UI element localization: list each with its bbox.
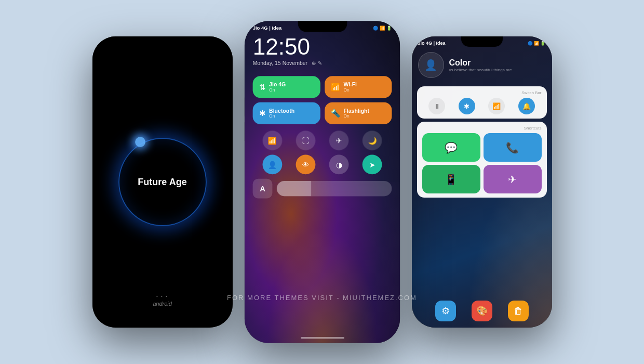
telegram-shortcut[interactable]: ✈ <box>484 165 542 193</box>
wifi-sub: On <box>343 87 357 92</box>
wifi-text: Wi-Fi On <box>343 82 357 93</box>
airplane-icon[interactable]: ✈ <box>329 131 348 150</box>
wifi-label: Wi-Fi <box>343 82 357 88</box>
profile-sub: ys believe that beautiful things are <box>449 68 512 72</box>
font-icon[interactable]: A <box>252 179 272 199</box>
profile-area: 👤 Color ys believe that beautiful things… <box>412 48 552 82</box>
settings-icon[interactable]: ⚙ <box>435 301 456 321</box>
flashlight-icon: 🔦 <box>331 109 340 118</box>
jio4g-button[interactable]: ⇅ Jio 4G On <box>252 76 320 98</box>
phone2-date: Monday, 15 November <box>252 60 307 67</box>
phone2-carrier: Jio 4G | Idea <box>252 25 281 31</box>
phone1-circle: Future Age <box>118 138 207 226</box>
bluetooth-text: Bluetooth On <box>269 108 294 119</box>
wifi-button[interactable]: 📶 Wi-Fi On <box>324 76 392 98</box>
wifi-sw-icon[interactable]: 📶 <box>488 98 505 114</box>
phone3-screen: Jio 4G | Idea 🔵 📶 🔋 👤 Color ys believe t… <box>412 36 552 328</box>
trash-icon[interactable]: 🗑 <box>508 301 529 321</box>
contrast-icon[interactable]: ◑ <box>329 155 348 175</box>
phone2-icon-row1: 📶 ⛶ ✈ 🌙 <box>244 128 399 152</box>
phone2-brightness-row: A <box>244 177 399 201</box>
bluetooth-icon: ✱ <box>259 109 266 118</box>
location-icon[interactable]: ➤ <box>363 155 382 175</box>
android-logo: • • • android <box>153 294 172 307</box>
messages-shortcut[interactable]: 💬 <box>422 133 480 162</box>
flashlight-label: Flashlight <box>343 108 369 114</box>
avatar: 👤 <box>418 52 444 78</box>
bluetooth-button[interactable]: ✱ Bluetooth On <box>252 102 320 124</box>
flashlight-button[interactable]: 🔦 Flashlight On <box>324 102 392 124</box>
phone3-status-icons: 🔵 📶 🔋 <box>528 41 545 46</box>
bluetooth-sub: On <box>269 114 294 119</box>
brightness-fill <box>276 181 311 196</box>
phone-3: Jio 4G | Idea 🔵 📶 🔋 👤 Color ys believe t… <box>412 36 552 328</box>
whatsapp-shortcut[interactable]: 📱 <box>422 165 480 193</box>
flashlight-sub: On <box>343 114 369 119</box>
eye-icon[interactable]: 👁 <box>296 155 315 175</box>
jio4g-label: Jio 4G <box>269 82 286 88</box>
phone1-title: Future Age <box>138 177 186 188</box>
switch-bar-icons: ⏸ ✱ 📶 🔔 <box>422 98 542 114</box>
home-indicator[interactable] <box>300 337 344 339</box>
switch-bar-label: Switch Bar <box>422 90 542 95</box>
phone2-time: 12:50 <box>252 36 392 59</box>
paint-icon[interactable]: 🎨 <box>472 301 492 321</box>
wifi-icon: 📶 <box>331 83 340 92</box>
android-label: android <box>153 301 172 307</box>
profile-info: Color ys believe that beautiful things a… <box>449 58 512 72</box>
person-icon[interactable]: 👤 <box>262 155 282 175</box>
jio4g-text: Jio 4G On <box>269 82 286 93</box>
flashlight-text: Flashlight On <box>343 108 369 119</box>
wifi-toggle-icon[interactable]: 📶 <box>262 131 282 150</box>
phone-1: Future Age • • • android <box>92 36 233 328</box>
phone2-controls: ⇅ Jio 4G On 📶 Wi-Fi On <box>244 72 399 128</box>
phone2-status-icons: 🔵 📶 🔋 <box>373 25 392 30</box>
bluetooth-sw-icon[interactable]: ✱ <box>459 98 475 114</box>
bell-icon[interactable]: 🔔 <box>518 98 535 114</box>
moon-icon[interactable]: 🌙 <box>363 131 382 150</box>
bluetooth-label: Bluetooth <box>269 108 294 114</box>
brightness-bar[interactable] <box>276 181 392 196</box>
phone2-bottom-controls: ✱ Bluetooth On 🔦 Flashlight On <box>252 102 392 124</box>
phone2-time-area: 12:50 Monday, 15 November ⊕ ✎ <box>244 33 399 72</box>
jio4g-icon: ⇅ <box>259 83 266 92</box>
phone2-icon-row2: 👤 👁 ◑ ➤ <box>244 152 399 176</box>
phone1-screen: Future Age • • • android <box>92 36 233 328</box>
pause-icon[interactable]: ⏸ <box>428 98 445 114</box>
expand-icon[interactable]: ⛶ <box>296 131 315 150</box>
phone2-date-row: Monday, 15 November ⊕ ✎ <box>252 60 392 67</box>
jio4g-sub: On <box>269 87 286 92</box>
profile-name: Color <box>449 58 512 68</box>
phone3-carrier: Jio 4G | Idea <box>418 41 446 46</box>
phone2-top-controls: ⇅ Jio 4G On 📶 Wi-Fi On <box>252 76 392 98</box>
android-dots: • • • <box>153 294 172 298</box>
shortcuts-panel: Shortcuts 💬 📞 📱 ✈ <box>417 122 547 198</box>
watermark: FOR MORE THEMES VISIT - MIUITHEMEZ.COM <box>227 294 417 302</box>
shortcuts-grid: 💬 📞 📱 ✈ <box>422 133 542 193</box>
switch-bar: Switch Bar ⏸ ✱ 📶 🔔 <box>417 86 547 119</box>
phone-shortcut[interactable]: 📞 <box>484 133 542 162</box>
phone2-date-icons: ⊕ ✎ <box>312 60 322 67</box>
phone3-bottom-bar: ⚙ 🎨 🗑 <box>412 294 552 328</box>
shortcuts-label: Shortcuts <box>422 126 542 131</box>
phones-container: Future Age • • • android Jio 4G | Idea 🔵… <box>0 0 644 364</box>
